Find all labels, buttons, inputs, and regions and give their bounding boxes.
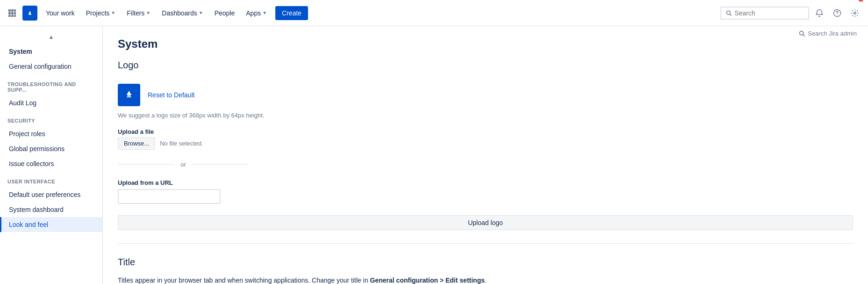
upload-from-url-label: Upload from a URL [118,179,853,186]
logo-preview [118,84,140,106]
issue-collectors-label: Issue collectors [9,160,54,167]
title-section-title: Title [118,257,853,268]
search-jira-admin-link[interactable]: Search Jira admin [799,30,857,37]
sidebar-item-global-permissions[interactable]: Global permissions [0,141,102,156]
section-divider [118,243,853,244]
upload-url-section: Upload from a URL [118,179,853,204]
dashboards-dropdown-arrow: ▼ [199,10,203,15]
default-user-preferences-label: Default user preferences [9,191,80,198]
title-desc-text2: . [485,277,487,284]
settings-button[interactable]: ➜ [847,6,862,21]
top-navigation: Your work Projects ▼ Filters ▼ Dashboard… [0,0,868,26]
or-line-left [118,164,175,165]
troubleshooting-section-label: TROUBLESHOOTING AND SUPP... [0,74,102,95]
page-title: System [118,37,853,51]
topnav-right-area: ➜ [720,6,862,21]
system-label: System [9,48,32,55]
audit-log-label: Audit Log [9,99,36,107]
svg-rect-2 [14,9,16,12]
scroll-up-arrow[interactable]: ▲ [49,34,54,40]
people-link[interactable]: People [210,6,240,21]
svg-line-15 [803,35,804,36]
projects-link[interactable]: Projects ▼ [81,6,120,21]
help-button[interactable] [830,6,845,21]
logo-hint: We suggest a logo size of 368px width by… [118,112,853,119]
logo-section-title: Logo [118,60,853,71]
security-section-label: SECURITY [0,110,102,126]
user-interface-section-label: USER INTERFACE [0,171,102,187]
filters-dropdown-arrow: ▼ [146,10,151,15]
apps-grid-icon[interactable] [6,7,19,20]
title-desc-bold: General configuration > Edit settings [370,277,485,284]
svg-rect-0 [8,9,11,12]
search-icon [726,10,732,16]
system-dashboard-label: System dashboard [9,206,64,213]
atlassian-logo[interactable] [22,6,37,21]
svg-rect-3 [8,12,11,15]
your-work-link[interactable]: Your work [41,6,79,21]
search-jira-admin-icon [799,30,805,36]
upload-logo-button[interactable]: Upload logo [118,215,853,230]
sidebar-item-look-and-feel[interactable]: Look and feel ➜ [0,217,102,232]
general-configuration-label: General configuration [9,63,72,70]
or-line-right [192,164,249,165]
search-box[interactable] [720,7,809,20]
no-file-text: No file selected. [160,140,203,147]
look-and-feel-label: Look and feel [9,221,48,228]
sidebar-item-audit-log[interactable]: Audit Log [0,95,102,110]
title-description: Titles appear in your browser tab and wh… [118,275,853,284]
sidebar-item-default-user-preferences[interactable]: Default user preferences [0,187,102,202]
sidebar-item-general-configuration[interactable]: General configuration [0,59,102,74]
apps-link[interactable]: Apps ▼ [241,6,272,21]
svg-rect-6 [8,15,11,17]
global-permissions-label: Global permissions [9,145,65,153]
browse-button[interactable]: Browse... [118,137,155,150]
svg-rect-7 [11,15,14,17]
title-section: Title Titles appear in your browser tab … [118,257,853,284]
upload-file-section: Upload a file ➜ Browse... No file select… [118,124,853,150]
search-input[interactable] [734,9,803,17]
upload-file-label: Upload a file [118,128,853,135]
main-layout: ▲ System General configuration TROUBLESH… [0,26,868,284]
svg-rect-1 [11,9,14,12]
title-desc-text1: Titles appear in your browser tab and wh… [118,277,370,284]
notifications-button[interactable] [812,6,827,21]
svg-point-13 [854,12,856,14]
svg-line-10 [730,14,732,15]
file-row: ➜ Browse... No file selected. [118,137,853,150]
main-content: Search Jira admin System Logo Reset to D… [103,26,868,284]
dashboards-link[interactable]: Dashboards ▼ [157,6,208,21]
apps-dropdown-arrow: ▼ [262,10,267,15]
sidebar-item-issue-collectors[interactable]: Issue collectors [0,156,102,171]
svg-point-12 [837,15,838,15]
or-divider: or [118,161,249,168]
url-input[interactable] [118,189,221,204]
sidebar-item-project-roles[interactable]: Project roles [0,126,102,141]
sidebar-item-system[interactable]: System [0,44,102,59]
sidebar: ▲ System General configuration TROUBLESH… [0,26,103,284]
create-button[interactable]: Create [275,6,308,20]
search-jira-admin-text: Search Jira admin [808,30,857,37]
svg-rect-5 [14,12,16,15]
projects-dropdown-arrow: ▼ [111,10,115,15]
logo-section: Logo Reset to Default We suggest a logo … [118,60,853,230]
reset-to-default-link[interactable]: Reset to Default [148,91,194,99]
sidebar-item-system-dashboard[interactable]: System dashboard [0,202,102,217]
logo-row: Reset to Default [118,84,853,106]
filters-link[interactable]: Filters ▼ [122,6,155,21]
svg-rect-4 [11,12,14,15]
or-text: or [180,161,186,168]
svg-rect-8 [14,15,16,17]
project-roles-label: Project roles [9,130,45,138]
